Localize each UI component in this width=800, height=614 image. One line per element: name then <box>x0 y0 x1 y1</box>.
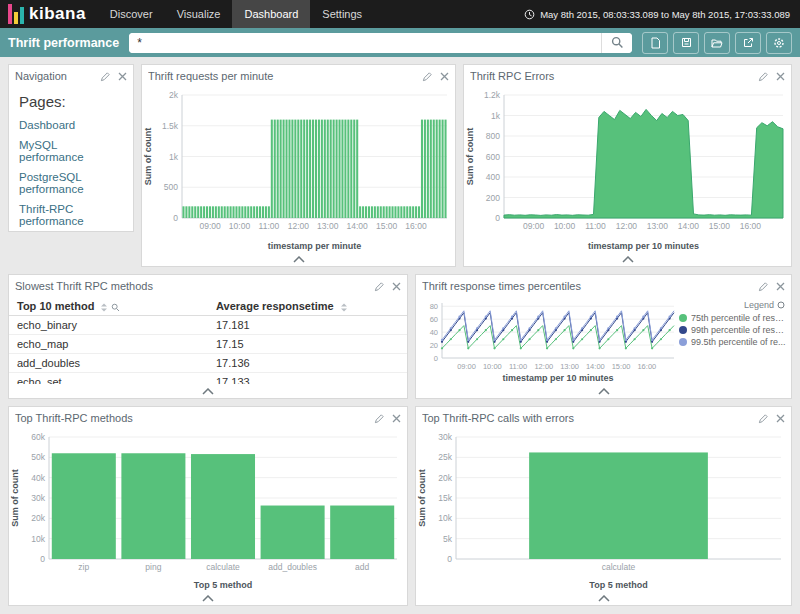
svg-text:40: 40 <box>430 328 438 337</box>
svg-text:500: 500 <box>164 182 178 192</box>
svg-text:16:00: 16:00 <box>637 362 656 371</box>
column-search-icon[interactable] <box>111 303 120 312</box>
svg-text:Sum of count: Sum of count <box>143 128 153 186</box>
svg-text:11:00: 11:00 <box>585 221 606 231</box>
panel-title: Thrift response times percentiles <box>422 280 758 292</box>
top-navbar: kibana Discover Visualize Dashboard Sett… <box>0 0 800 28</box>
new-document-icon <box>650 37 661 49</box>
svg-text:20k: 20k <box>438 473 452 483</box>
time-range-picker[interactable]: May 8th 2015, 08:03:33.089 to May 8th 20… <box>524 0 800 28</box>
svg-text:Top 5 method: Top 5 method <box>589 580 647 590</box>
edit-panel-icon[interactable] <box>374 281 385 292</box>
column-header-responsetime[interactable]: Average responsetime <box>208 297 407 316</box>
collapse-chevron[interactable] <box>416 384 791 398</box>
column-header-method[interactable]: Top 10 method <box>9 297 208 316</box>
collapse-chevron[interactable] <box>9 591 407 605</box>
sort-icon[interactable] <box>340 303 348 312</box>
svg-text:calculate: calculate <box>602 562 636 572</box>
svg-text:Sum of count: Sum of count <box>465 128 475 186</box>
svg-text:80: 80 <box>430 302 438 311</box>
svg-text:add_doubles: add_doubles <box>268 562 317 572</box>
legend-item[interactable]: 99.5th percentile of re... <box>679 336 791 348</box>
rpc-errors-chart[interactable]: 02004006008001k1.2k09:0010:0011:0012:001… <box>464 87 791 252</box>
nav-item-dashboard[interactable]: Dashboard <box>232 0 310 28</box>
page-link-thrift-rpc[interactable]: Thrift-RPC performance <box>19 203 123 227</box>
close-panel-icon[interactable] <box>776 414 785 423</box>
svg-text:13:00: 13:00 <box>560 362 579 371</box>
search-icon <box>611 36 624 49</box>
page-link-postgresql[interactable]: PostgreSQL performance <box>19 171 123 195</box>
page-link-mysql[interactable]: MySQL performance <box>19 139 123 163</box>
search-button[interactable] <box>601 33 632 53</box>
svg-text:400: 400 <box>486 172 500 182</box>
main-nav: Discover Visualize Dashboard Settings <box>98 0 374 28</box>
collapse-chevron[interactable] <box>142 252 455 266</box>
edit-panel-icon[interactable] <box>100 71 111 82</box>
percentiles-chart[interactable]: 02040608009:0010:0011:0012:0013:0014:001… <box>416 297 679 384</box>
svg-text:0: 0 <box>447 554 452 564</box>
legend-toggle[interactable]: Legend <box>679 299 791 312</box>
close-panel-icon[interactable] <box>118 72 127 81</box>
legend-dot <box>679 326 687 334</box>
svg-text:16:00: 16:00 <box>740 221 762 231</box>
svg-text:12:00: 12:00 <box>534 362 553 371</box>
requests-per-minute-chart[interactable]: 05001k1.5k2k09:0010:0011:0012:0013:0014:… <box>142 87 455 252</box>
collapse-chevron[interactable] <box>416 591 791 605</box>
logo-text: kibana <box>29 4 86 24</box>
svg-text:10k: 10k <box>438 513 452 523</box>
close-panel-icon[interactable] <box>392 282 401 291</box>
close-panel-icon[interactable] <box>440 72 449 81</box>
edit-panel-icon[interactable] <box>758 71 769 82</box>
legend-item[interactable]: 99th percentile of resp... <box>679 324 791 336</box>
edit-panel-icon[interactable] <box>374 413 385 424</box>
top-methods-chart[interactable]: 010k20k30k40k50k60kzippingcalculateadd_d… <box>9 429 407 591</box>
svg-text:0: 0 <box>173 213 178 223</box>
table-row: echo_set17.133 <box>9 373 407 385</box>
table-row: echo_map17.15 <box>9 335 407 354</box>
nav-item-discover[interactable]: Discover <box>98 0 165 28</box>
svg-text:10:00: 10:00 <box>229 221 251 231</box>
svg-text:0: 0 <box>495 213 500 223</box>
sort-icon[interactable] <box>100 303 108 312</box>
legend-item[interactable]: 75th percentile of resp... <box>679 312 791 324</box>
nav-item-settings[interactable]: Settings <box>310 0 374 28</box>
svg-text:200: 200 <box>486 193 500 203</box>
open-dashboard-button[interactable] <box>704 32 730 54</box>
edit-panel-icon[interactable] <box>758 281 769 292</box>
search-input[interactable] <box>129 33 601 53</box>
svg-text:1k: 1k <box>169 152 179 162</box>
kibana-logo[interactable]: kibana <box>0 0 98 28</box>
new-dashboard-button[interactable] <box>642 32 668 54</box>
edit-panel-icon[interactable] <box>758 413 769 424</box>
dashboard-title: Thrift performance <box>8 36 129 50</box>
collapse-chevron[interactable] <box>464 252 791 266</box>
dashboard-settings-button[interactable] <box>766 32 792 54</box>
close-panel-icon[interactable] <box>392 414 401 423</box>
page-link-dashboard[interactable]: Dashboard <box>19 119 123 131</box>
kibana-logo-icon <box>8 4 24 24</box>
svg-text:60k: 60k <box>31 432 45 442</box>
edit-panel-icon[interactable] <box>422 71 433 82</box>
nav-item-visualize[interactable]: Visualize <box>165 0 233 28</box>
svg-text:11:00: 11:00 <box>259 221 280 231</box>
svg-text:09:00: 09:00 <box>523 221 545 231</box>
svg-text:Sum of count: Sum of count <box>10 469 20 527</box>
save-dashboard-button[interactable] <box>673 32 699 54</box>
svg-text:ping: ping <box>145 562 161 572</box>
close-panel-icon[interactable] <box>776 72 785 81</box>
share-dashboard-button[interactable] <box>735 32 761 54</box>
svg-text:0: 0 <box>434 354 438 363</box>
clock-icon <box>524 9 535 20</box>
panel-title: Slowest Thrift RPC methods <box>15 280 374 292</box>
svg-text:30k: 30k <box>438 432 452 442</box>
time-range-text: May 8th 2015, 08:03:33.089 to May 8th 20… <box>540 9 790 20</box>
panel-slowest-methods: Slowest Thrift RPC methods Top 10 method <box>8 274 408 399</box>
svg-text:Sum of count: Sum of count <box>417 469 427 527</box>
folder-open-icon <box>711 38 723 48</box>
close-panel-icon[interactable] <box>776 282 785 291</box>
calls-with-errors-chart[interactable]: 05k10k15k20k25k30kcalculateSum of countT… <box>416 429 791 591</box>
save-icon <box>681 37 692 48</box>
collapse-chevron[interactable] <box>9 384 407 398</box>
svg-text:11:00: 11:00 <box>509 362 527 371</box>
svg-text:20k: 20k <box>31 513 45 523</box>
